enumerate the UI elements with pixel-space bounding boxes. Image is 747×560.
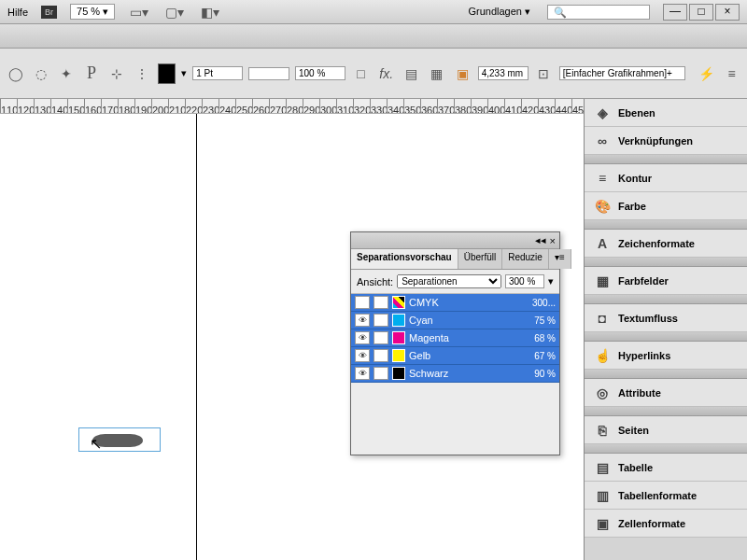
panel-titlebar[interactable]: ◂◂ × — [351, 232, 559, 249]
visibility-toggle[interactable] — [355, 296, 370, 309]
panel-label: Tabelle — [618, 462, 653, 473]
separation-row-schwarz[interactable]: 👁Schwarz90 % — [351, 365, 559, 383]
panel-item-farbe[interactable]: 🎨Farbe — [585, 192, 747, 220]
farbfelder-icon: ▦ — [594, 273, 611, 289]
ink-limit-input[interactable] — [505, 274, 544, 288]
visibility-toggle[interactable]: 👁 — [355, 314, 370, 327]
panel-menu-icon[interactable]: ≡ — [722, 63, 741, 84]
panel-item-kontur[interactable]: ≡Kontur — [585, 164, 747, 192]
panel-label: Textumfluss — [618, 313, 678, 324]
zoom-dropdown[interactable]: 75 % ▾ — [70, 4, 115, 20]
airplane-graphic — [92, 434, 143, 447]
verknüpfungen-icon: ∞ — [594, 133, 611, 149]
search-input[interactable] — [547, 5, 650, 20]
screen-mode-icon[interactable]: ▢▾ — [163, 2, 186, 22]
visibility-toggle[interactable]: 👁 — [355, 331, 370, 344]
panel-item-tabellenformate[interactable]: ▥Tabellenformate — [585, 482, 747, 510]
panel-item-zeichenformate[interactable]: AZeichenformate — [585, 230, 747, 258]
ink-name: Schwarz — [409, 368, 530, 379]
visibility-toggle[interactable]: 👁 — [355, 349, 370, 362]
tabelle-icon: ▤ — [594, 459, 611, 476]
help-menu[interactable]: Hilfe — [7, 7, 28, 18]
workspace-dropdown[interactable]: Grundlagen ▾ — [464, 4, 534, 20]
panel-item-textumfluss[interactable]: ◘Textumfluss — [585, 304, 747, 332]
color-swatch — [392, 314, 405, 327]
ink-value: 67 % — [534, 351, 556, 361]
quick-apply-icon[interactable]: ⚡ — [697, 63, 716, 84]
close-icon[interactable]: × — [550, 235, 556, 246]
ink-name: CMYK — [409, 297, 529, 308]
menubar: Hilfe Br 75 % ▾ ▭▾ ▢▾ ◧▾ Grundlagen ▾ — … — [0, 0, 747, 24]
ebenen-icon: ◈ — [594, 105, 611, 121]
panel-item-hyperlinks[interactable]: ☝Hyperlinks — [585, 342, 747, 370]
panel-item-tabelle[interactable]: ▤Tabelle — [585, 454, 747, 482]
panel-item-seiten[interactable]: ⎘Seiten — [585, 416, 747, 444]
placeholder-box — [374, 349, 388, 362]
panel-label: Tabellenformate — [618, 490, 697, 501]
collapse-icon[interactable]: ◂◂ — [535, 234, 546, 246]
separation-row-cmyk[interactable]: CMYK300... — [351, 294, 559, 312]
panel-tabs: Separationsvorschau Überfüll Reduzie ▾≡ — [351, 249, 559, 270]
separation-row-gelb[interactable]: 👁Gelb67 % — [351, 347, 559, 365]
star-tool-icon[interactable]: ✦ — [56, 63, 76, 84]
frame-fit-icon[interactable]: ▣ — [453, 63, 472, 84]
panel-label: Farbfelder — [618, 275, 669, 287]
horizontal-ruler: 1101201301401501601701801902002102202302… — [0, 99, 584, 114]
ink-value: 75 % — [534, 315, 556, 326]
fill-dropdown-icon[interactable]: ▾ — [181, 67, 187, 79]
align-icon[interactable]: ⊹ — [107, 63, 127, 84]
panel-controls: Ansicht: Separationen ▾ — [351, 270, 559, 294]
tabellenformate-icon: ▥ — [594, 487, 611, 504]
separation-row-magenta[interactable]: 👁Magenta68 % — [351, 329, 559, 347]
document-tabs-bar — [0, 24, 747, 49]
object-style-dropdown[interactable] — [559, 66, 685, 80]
text-wrap-icon[interactable]: ▤ — [402, 63, 421, 84]
panel-item-zellenformate[interactable]: ▣Zellenformate — [585, 510, 747, 538]
hyperlinks-icon: ☝ — [594, 347, 611, 364]
separations-preview-panel[interactable]: ◂◂ × Separationsvorschau Überfüll Reduzi… — [350, 231, 560, 455]
panel-item-ebenen[interactable]: ◈Ebenen — [585, 99, 747, 127]
effects-icon[interactable]: □ — [351, 63, 371, 84]
maximize-button[interactable]: □ — [689, 4, 713, 21]
dropdown-icon[interactable]: ▾ — [548, 275, 554, 287]
view-mode-icon[interactable]: ▭▾ — [128, 2, 150, 22]
textumfluss-icon: ◘ — [594, 310, 611, 327]
panel-item-verknüpfungen[interactable]: ∞Verknüpfungen — [585, 127, 747, 155]
bridge-icon[interactable]: Br — [41, 6, 57, 19]
placeholder-box — [374, 314, 388, 327]
tab-trap[interactable]: Überfüll — [458, 249, 502, 269]
panel-label: Farbe — [618, 201, 646, 212]
separation-list: CMYK300...👁Cyan75 %👁Magenta68 %👁Gelb67 %… — [351, 294, 559, 383]
ink-name: Gelb — [409, 350, 530, 361]
tab-flatten[interactable]: Reduzie — [502, 249, 549, 269]
close-button[interactable]: × — [715, 4, 740, 21]
selected-graphic-frame[interactable] — [78, 427, 161, 452]
fill-color-swatch[interactable] — [158, 63, 176, 84]
stroke-weight-input[interactable] — [192, 66, 243, 80]
panel-label: Ebenen — [618, 107, 655, 119]
panel-menu-icon[interactable]: ▾≡ — [549, 249, 571, 269]
color-swatch — [392, 367, 405, 380]
separation-row-cyan[interactable]: 👁Cyan75 % — [351, 312, 559, 329]
shape-tool-icon[interactable]: ◯ — [6, 63, 25, 84]
tab-separations[interactable]: Separationsvorschau — [351, 249, 458, 269]
view-dropdown[interactable]: Separationen — [397, 274, 501, 288]
panel-item-attribute[interactable]: ◎Attribute — [585, 379, 747, 407]
paragraph-icon[interactable]: P — [81, 63, 101, 84]
panel-label: Zellenformate — [618, 518, 685, 529]
fx-icon[interactable]: fx. — [376, 63, 396, 84]
visibility-toggle[interactable]: 👁 — [355, 367, 370, 380]
opacity-input[interactable] — [295, 66, 345, 80]
panel-item-farbfelder[interactable]: ▦Farbfelder — [585, 267, 747, 295]
color-swatch — [392, 349, 405, 362]
shape-tool-icon-2[interactable]: ◌ — [31, 63, 50, 84]
text-wrap-icon-2[interactable]: ▦ — [427, 63, 446, 84]
stroke-style-icon[interactable] — [248, 67, 289, 80]
zellenformate-icon: ▣ — [594, 515, 611, 532]
width-input[interactable] — [478, 66, 529, 80]
farbe-icon: 🎨 — [594, 198, 611, 215]
constrain-icon[interactable]: ⊡ — [534, 63, 554, 84]
minimize-button[interactable]: — — [663, 4, 687, 21]
arrange-icon[interactable]: ◧▾ — [199, 2, 221, 22]
distribute-icon[interactable]: ⋮ — [133, 63, 152, 84]
